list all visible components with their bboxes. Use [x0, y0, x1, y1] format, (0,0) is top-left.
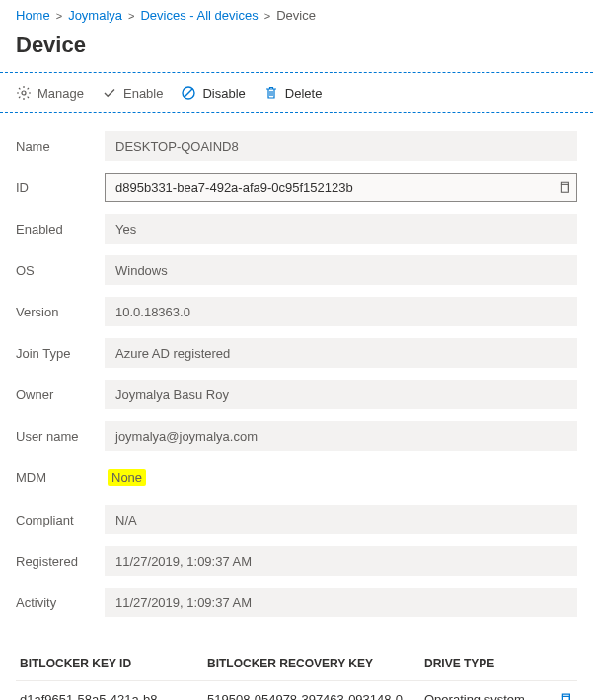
value-id[interactable]: d895b331-bea7-492a-afa9-0c95f152123b [105, 173, 577, 202]
label-user-name: User name [16, 429, 105, 444]
field-mdm: MDM None [16, 462, 577, 493]
label-os: OS [16, 263, 105, 278]
value-owner: Joymalya Basu Roy [105, 380, 577, 409]
label-activity: Activity [16, 595, 105, 610]
field-registered: Registered 11/27/2019, 1:09:37 AM [16, 546, 577, 576]
breadcrumb-devices[interactable]: Devices - All devices [140, 8, 258, 23]
field-enabled: Enabled Yes [16, 214, 577, 244]
disable-label: Disable [202, 86, 245, 101]
manage-label: Manage [37, 86, 84, 101]
disable-icon [181, 85, 196, 101]
value-compliant: N/A [105, 505, 577, 534]
breadcrumb-home[interactable]: Home [16, 8, 50, 23]
chevron-right-icon: > [56, 10, 62, 22]
breadcrumb: Home > Joymalya > Devices - All devices … [0, 0, 593, 27]
check-icon [102, 85, 117, 101]
chevron-right-icon: > [264, 10, 270, 22]
field-activity: Activity 11/27/2019, 1:09:37 AM [16, 588, 577, 617]
id-text: d895b331-bea7-492a-afa9-0c95f152123b [115, 180, 353, 195]
svg-point-0 [22, 91, 26, 95]
delete-button[interactable]: Delete [263, 85, 323, 101]
trash-icon [263, 85, 279, 101]
value-name: DESKTOP-QOAIND8 [105, 131, 577, 161]
cell-recovery-key: 519508-054978-397463-093148-0... [207, 692, 414, 701]
disable-button[interactable]: Disable [181, 85, 245, 101]
table-header: BitLocker Key ID BitLocker Recovery Key … [16, 647, 577, 681]
cell-drive-type: Operating system drive [424, 692, 548, 701]
svg-rect-3 [561, 184, 568, 192]
enable-button[interactable]: Enable [102, 85, 163, 101]
field-version: Version 10.0.18363.0 [16, 297, 577, 326]
label-compliant: Compliant [16, 513, 105, 527]
svg-rect-4 [562, 696, 569, 700]
device-details: Name DESKTOP-QOAIND8 ID d895b331-bea7-49… [0, 113, 593, 637]
value-registered: 11/27/2019, 1:09:37 AM [105, 546, 577, 576]
field-join-type: Join Type Azure AD registered [16, 338, 577, 368]
label-registered: Registered [16, 554, 105, 569]
field-owner: Owner Joymalya Basu Roy [16, 380, 577, 409]
toolbar: Manage Enable Disable Delete [0, 73, 593, 112]
field-id: ID d895b331-bea7-492a-afa9-0c95f152123b [16, 173, 577, 202]
svg-line-2 [185, 89, 192, 97]
col-drive-type[interactable]: Drive Type [424, 657, 548, 670]
breadcrumb-joymalya[interactable]: Joymalya [68, 8, 122, 23]
value-enabled: Yes [105, 214, 577, 244]
label-name: Name [16, 139, 105, 154]
label-id: ID [16, 180, 105, 195]
label-mdm: MDM [16, 470, 105, 485]
breadcrumb-current: Device [276, 8, 316, 23]
value-activity: 11/27/2019, 1:09:37 AM [105, 588, 577, 617]
table-row[interactable]: d1af9651-58a5-421a-b8... 519508-054978-3… [16, 681, 577, 700]
col-recovery-key[interactable]: BitLocker Recovery Key [207, 657, 414, 670]
label-join-type: Join Type [16, 346, 105, 361]
page-title: Device [0, 27, 593, 72]
label-enabled: Enabled [16, 222, 105, 237]
field-os: OS Windows [16, 255, 577, 285]
field-name: Name DESKTOP-QOAIND8 [16, 131, 577, 161]
label-version: Version [16, 305, 105, 319]
manage-button[interactable]: Manage [16, 85, 84, 101]
delete-label: Delete [285, 86, 323, 101]
value-os: Windows [105, 255, 577, 285]
mdm-highlight: None [108, 469, 146, 486]
enable-label: Enable [123, 86, 163, 101]
label-owner: Owner [16, 387, 105, 402]
bitlocker-table: BitLocker Key ID BitLocker Recovery Key … [0, 637, 593, 700]
field-user-name: User name joymalya@joymalya.com [16, 421, 577, 451]
cell-key-id: d1af9651-58a5-421a-b8... [20, 692, 197, 701]
value-user-name: joymalya@joymalya.com [105, 421, 577, 451]
copy-icon[interactable] [556, 179, 572, 195]
value-join-type: Azure AD registered [105, 338, 577, 368]
field-compliant: Compliant N/A [16, 505, 577, 534]
value-mdm: None [105, 462, 157, 493]
copy-icon[interactable] [557, 691, 573, 700]
chevron-right-icon: > [128, 10, 134, 22]
gear-icon [16, 85, 32, 101]
col-key-id[interactable]: BitLocker Key ID [20, 657, 197, 670]
value-version: 10.0.18363.0 [105, 297, 577, 326]
